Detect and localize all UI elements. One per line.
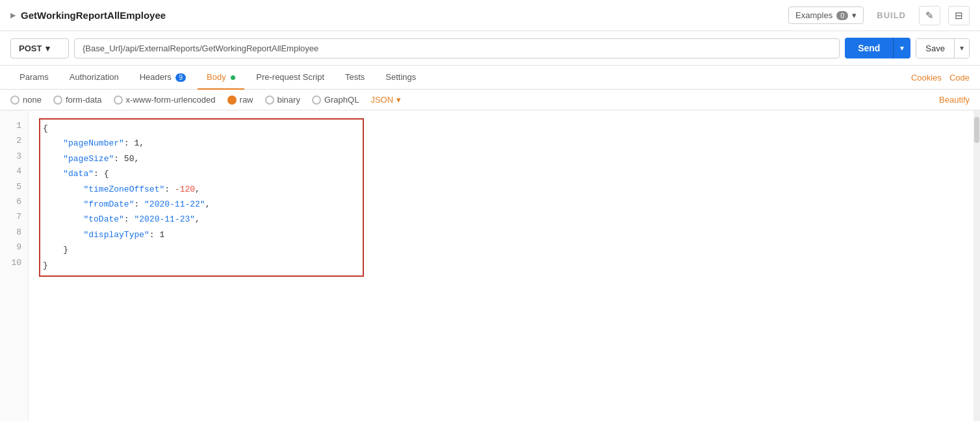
- editor-area: 1 2 3 4 5 6 7 8 9 10 { "pageNumber": 1, …: [0, 110, 980, 421]
- json-body-block: { "pageNumber": 1, "pageSize": 50, "data…: [39, 118, 364, 277]
- expand-arrow-icon[interactable]: ▶: [10, 11, 16, 19]
- request-tabs: Params Authorization Headers 9 Body Pre-…: [0, 66, 980, 90]
- send-dropdown-button[interactable]: ▾: [893, 38, 910, 58]
- line-num-7: 7: [0, 209, 21, 224]
- method-chevron-icon: ▾: [45, 44, 50, 53]
- scrollbar-thumb[interactable]: [974, 117, 979, 143]
- tab-headers[interactable]: Headers 9: [131, 66, 195, 90]
- line-num-3: 3: [0, 149, 21, 164]
- line-num-5: 5: [0, 179, 21, 194]
- option-raw[interactable]: raw: [227, 95, 253, 105]
- option-binary[interactable]: binary: [265, 95, 300, 105]
- radio-raw[interactable]: [227, 96, 237, 105]
- top-bar-right: Examples 0 ▾ BUILD ✎ ⊟: [788, 6, 970, 25]
- tab-settings[interactable]: Settings: [376, 66, 425, 90]
- code-link[interactable]: Code: [949, 73, 970, 83]
- method-label: POST: [19, 44, 42, 53]
- top-bar: ▶ GetWorkingReportAllEmployee Examples 0…: [0, 0, 980, 31]
- code-line-10: }: [43, 258, 359, 273]
- code-line-8: "displayType": 1: [43, 227, 359, 242]
- tab-pre-request[interactable]: Pre-request Script: [247, 66, 333, 90]
- method-select[interactable]: POST ▾: [10, 38, 69, 58]
- code-line-5: "timeZoneOffset": -120,: [43, 182, 359, 197]
- save-button[interactable]: Save: [916, 39, 954, 58]
- format-chevron-icon: ▾: [396, 95, 401, 105]
- top-bar-left: ▶ GetWorkingReportAllEmployee: [10, 10, 166, 21]
- edit-icon-button[interactable]: ✎: [919, 6, 940, 25]
- layout-icon: ⊟: [955, 10, 963, 21]
- radio-none[interactable]: [10, 96, 19, 105]
- code-line-3: "pageSize": 50,: [43, 151, 359, 166]
- code-line-1: {: [43, 121, 359, 136]
- tab-body[interactable]: Body: [198, 66, 244, 90]
- examples-label: Examples: [795, 10, 832, 20]
- pencil-icon: ✎: [925, 10, 934, 21]
- request-title: GetWorkingReportAllEmployee: [21, 10, 166, 21]
- headers-badge: 9: [175, 73, 186, 82]
- line-numbers: 1 2 3 4 5 6 7 8 9 10: [0, 110, 29, 421]
- body-options-bar: none form-data x-www-form-urlencoded raw…: [0, 90, 980, 110]
- examples-button[interactable]: Examples 0 ▾: [788, 6, 864, 24]
- code-line-9: }: [43, 242, 359, 257]
- body-dot: [231, 75, 235, 80]
- layout-icon-button[interactable]: ⊟: [948, 6, 970, 25]
- label-form-data: form-data: [66, 95, 102, 105]
- radio-binary[interactable]: [265, 96, 274, 105]
- tab-tests[interactable]: Tests: [336, 66, 374, 90]
- line-num-10: 10: [0, 255, 21, 270]
- label-binary: binary: [277, 95, 300, 105]
- save-dropdown-button[interactable]: ▾: [954, 39, 969, 58]
- examples-badge: 0: [836, 11, 848, 20]
- format-label: JSON: [370, 95, 393, 105]
- radio-graphql[interactable]: [312, 96, 321, 105]
- beautify-button[interactable]: Beautify: [939, 95, 970, 105]
- label-none: none: [23, 95, 42, 105]
- line-num-1: 1: [0, 118, 21, 133]
- code-editor[interactable]: { "pageNumber": 1, "pageSize": 50, "data…: [29, 110, 974, 421]
- save-button-group: Save ▾: [916, 38, 970, 58]
- url-bar: POST ▾ Send ▾ Save ▾: [0, 31, 980, 66]
- format-select-button[interactable]: JSON ▾: [370, 95, 401, 105]
- label-graphql: GraphQL: [324, 95, 359, 105]
- option-urlencoded[interactable]: x-www-form-urlencoded: [114, 95, 216, 105]
- code-line-4: "data": {: [43, 166, 359, 181]
- line-num-2: 2: [0, 133, 21, 148]
- body-options-right: Beautify: [939, 95, 970, 105]
- line-num-4: 4: [0, 164, 21, 179]
- option-form-data[interactable]: form-data: [53, 95, 102, 105]
- label-urlencoded: x-www-form-urlencoded: [126, 95, 216, 105]
- examples-chevron-icon: ▾: [852, 10, 857, 20]
- code-line-7: "toDate": "2020-11-23",: [43, 212, 359, 227]
- cookies-link[interactable]: Cookies: [911, 73, 942, 83]
- send-button-group: Send ▾: [845, 38, 910, 58]
- line-num-8: 8: [0, 225, 21, 240]
- line-num-6: 6: [0, 194, 21, 209]
- tabs-right: Cookies Code: [911, 73, 970, 83]
- send-button[interactable]: Send: [845, 38, 893, 58]
- tab-authorization[interactable]: Authorization: [60, 66, 128, 90]
- label-raw: raw: [240, 95, 253, 105]
- build-button[interactable]: BUILD: [871, 7, 911, 23]
- tab-params[interactable]: Params: [10, 66, 58, 90]
- option-graphql[interactable]: GraphQL: [312, 95, 359, 105]
- radio-urlencoded[interactable]: [114, 96, 123, 105]
- option-none[interactable]: none: [10, 95, 42, 105]
- code-line-6: "fromDate": "2020-11-22",: [43, 197, 359, 212]
- line-num-9: 9: [0, 240, 21, 255]
- code-line-2: "pageNumber": 1,: [43, 136, 359, 151]
- radio-form-data[interactable]: [53, 96, 62, 105]
- url-input[interactable]: [74, 38, 840, 58]
- scrollbar[interactable]: [974, 110, 980, 421]
